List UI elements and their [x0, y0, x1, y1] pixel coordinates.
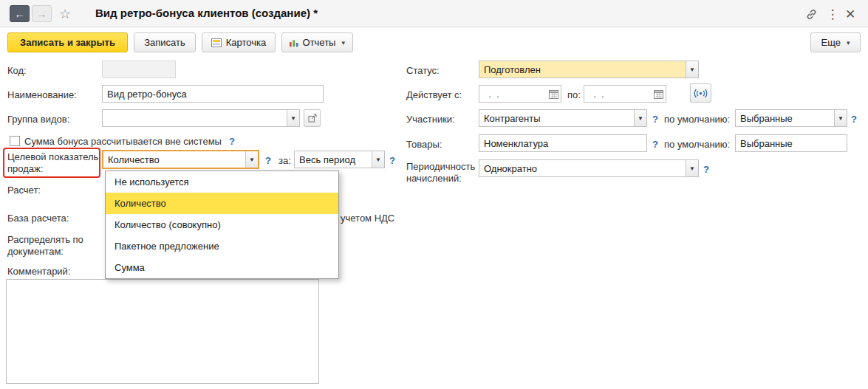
- close-icon: ✕: [845, 7, 855, 22]
- chevron-down-icon[interactable]: ▼: [287, 110, 299, 126]
- goods-value: Номенклатура: [479, 138, 646, 149]
- chevron-down-icon[interactable]: ▼: [834, 110, 847, 126]
- back-arrow-icon: ←: [15, 8, 25, 20]
- help-icon[interactable]: ?: [652, 139, 658, 150]
- card-label: Карточка: [226, 37, 266, 48]
- participants-default-combo[interactable]: Выбранные ▼: [735, 109, 847, 127]
- participants-combo[interactable]: Контрагенты ▼: [479, 109, 647, 127]
- help-icon[interactable]: ?: [703, 164, 709, 175]
- dropdown-item[interactable]: Количество: [106, 193, 338, 214]
- periodicity-combo[interactable]: Однократно ▼: [479, 159, 699, 177]
- name-value: Вид ретро-бонуса: [103, 89, 323, 100]
- dropdown-item[interactable]: Сумма: [106, 257, 338, 278]
- valid-from-value: . .: [479, 89, 547, 100]
- reports-label: Отчеты: [303, 37, 336, 48]
- chevron-down-icon: ▾: [341, 39, 345, 47]
- chevron-down-icon[interactable]: ▼: [245, 151, 258, 168]
- period-combo[interactable]: Весь период ▼: [294, 151, 385, 168]
- dropdown-item[interactable]: Пакетное предложение: [106, 235, 338, 257]
- help-icon[interactable]: ?: [265, 155, 271, 166]
- code-field[interactable]: [102, 61, 176, 78]
- more-actions-label: Еще: [821, 37, 841, 48]
- dropdown-item[interactable]: Количество (совокупно): [106, 214, 338, 235]
- help-icon[interactable]: ?: [851, 114, 857, 125]
- link-icon: [805, 8, 818, 21]
- name-field[interactable]: Вид ретро-бонуса: [102, 85, 324, 103]
- participants-value: Контрагенты: [479, 113, 634, 124]
- status-value: Подготовлен: [479, 64, 686, 75]
- group-combo[interactable]: ▼: [102, 109, 300, 127]
- distribute-label-line1: Распределять по: [7, 234, 83, 245]
- distribute-label-line2: документам:: [7, 246, 64, 257]
- more-menu-button[interactable]: ⋮: [825, 7, 840, 21]
- dropdown-item[interactable]: Не используется: [106, 171, 338, 193]
- goods-default-value: Выбранные: [736, 138, 847, 149]
- periodic-validity-button[interactable]: [690, 83, 711, 103]
- save-and-close-label: Записать и закрыть: [20, 37, 115, 48]
- target-indicator-value: Количество: [103, 154, 245, 165]
- participants-default-value: Выбранные: [736, 113, 834, 124]
- code-label: Код:: [7, 65, 27, 76]
- valid-to-label: по:: [567, 89, 581, 100]
- goods-default-label: по умолчанию:: [664, 139, 730, 150]
- status-combo[interactable]: Подготовлен ▼: [479, 61, 699, 78]
- save-label: Записать: [144, 37, 185, 48]
- back-button[interactable]: ←: [10, 5, 30, 22]
- open-form-icon: [308, 114, 317, 123]
- calc-base-tail-text: учетом НДС: [341, 213, 394, 224]
- chevron-down-icon[interactable]: ▼: [686, 61, 698, 78]
- chevron-down-icon[interactable]: ▼: [372, 151, 384, 168]
- card-button[interactable]: Карточка: [202, 32, 276, 52]
- page-title: Вид ретро-бонуса клиентов (создание) *: [95, 7, 318, 19]
- help-icon[interactable]: ?: [652, 114, 658, 125]
- chevron-down-icon: ▾: [847, 39, 850, 47]
- help-icon[interactable]: ?: [229, 136, 235, 147]
- calendar-icon[interactable]: [652, 86, 666, 102]
- chevron-down-icon[interactable]: ▼: [686, 160, 698, 176]
- window-titlebar: ← → ☆ Вид ретро-бонуса клиентов (создани…: [0, 0, 868, 27]
- status-label: Статус:: [406, 65, 440, 76]
- name-label: Наименование:: [7, 89, 77, 100]
- valid-to-value: . .: [584, 89, 652, 100]
- copy-link-button[interactable]: [804, 7, 819, 21]
- goods-default-field[interactable]: Выбранные: [735, 134, 847, 152]
- valid-from-label: Действует с:: [406, 89, 462, 100]
- chevron-down-icon[interactable]: ▼: [634, 110, 646, 126]
- calc-label: Расчет:: [7, 185, 41, 196]
- save-and-close-button[interactable]: Записать и закрыть: [7, 32, 128, 52]
- favorite-star-icon[interactable]: ☆: [59, 6, 71, 22]
- calc-base-label: База расчета:: [7, 213, 69, 224]
- participants-label: Участники:: [406, 114, 455, 125]
- target-indicator-dropdown: Не используется Количество Количество (с…: [105, 171, 339, 279]
- save-button[interactable]: Записать: [134, 32, 196, 52]
- calendar-icon[interactable]: [547, 86, 561, 102]
- target-label-line2: продаж:: [7, 163, 43, 174]
- forward-arrow-icon: →: [37, 8, 47, 20]
- valid-to-date-field[interactable]: . .: [584, 85, 666, 103]
- periodicity-label-line1: Периодичность: [406, 161, 475, 172]
- bar-chart-icon: [290, 38, 298, 47]
- group-label: Группа видов:: [7, 114, 69, 125]
- radio-waves-icon: [694, 89, 708, 98]
- forward-button[interactable]: →: [32, 5, 52, 22]
- close-button[interactable]: ✕: [843, 7, 858, 21]
- reports-button[interactable]: Отчеты ▾: [281, 32, 353, 52]
- comment-textarea[interactable]: [6, 279, 319, 384]
- kebab-icon: ⋮: [827, 7, 839, 22]
- outside-system-checkbox-label: Сумма бонуса рассчитывается вне системы: [24, 136, 222, 147]
- goods-field[interactable]: Номенклатура: [479, 134, 647, 152]
- outside-system-checkbox[interactable]: [10, 136, 20, 146]
- valid-from-date-field[interactable]: . .: [479, 85, 561, 103]
- goods-label: Товары:: [406, 139, 442, 150]
- target-indicator-combo[interactable]: Количество ▼: [102, 150, 259, 169]
- periodicity-label-line2: начислений:: [406, 173, 462, 184]
- card-icon: [211, 38, 222, 47]
- comment-label: Комментарий:: [7, 266, 71, 277]
- period-value: Весь период: [295, 154, 372, 165]
- help-icon[interactable]: ?: [389, 155, 395, 166]
- more-actions-button[interactable]: Еще ▾: [810, 32, 861, 52]
- periodicity-value: Однократно: [479, 163, 686, 174]
- za-label: за:: [278, 155, 291, 166]
- target-label-line1: Целевой показатель: [7, 151, 98, 162]
- group-open-button[interactable]: [304, 109, 321, 127]
